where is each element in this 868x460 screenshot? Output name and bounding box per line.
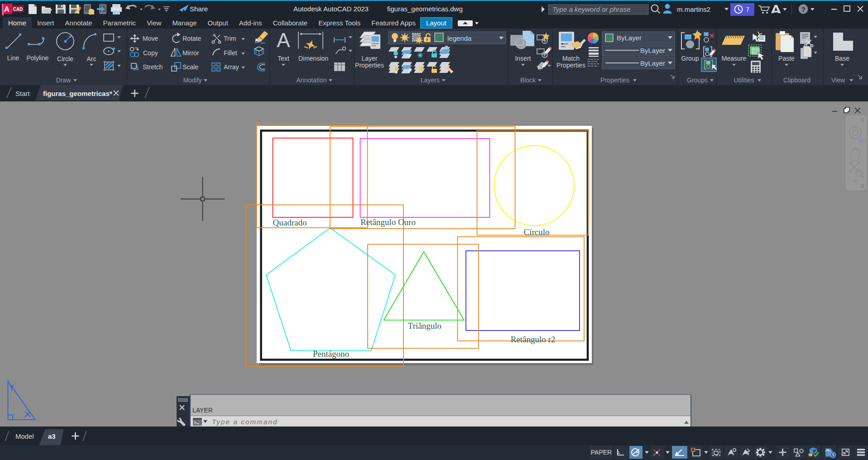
svg-text:Stretch: Stretch (143, 63, 163, 71)
svg-text:Retângulo r2: Retângulo r2 (511, 335, 556, 344)
svg-text:Move: Move (143, 35, 158, 42)
svg-text:Properties: Properties (355, 62, 384, 69)
svg-text:A: A (4, 5, 10, 14)
svg-text:Base: Base (835, 55, 849, 62)
svg-text:Groups: Groups (687, 77, 708, 84)
svg-text:Group: Group (681, 55, 699, 62)
svg-text:Copy: Copy (143, 49, 158, 57)
svg-text:Mirror: Mirror (182, 49, 199, 57)
svg-text:Properties: Properties (600, 77, 629, 84)
svg-text:Dimension: Dimension (298, 55, 328, 62)
svg-text:Properties: Properties (556, 62, 585, 69)
svg-text:Paste: Paste (778, 55, 795, 62)
svg-text:7: 7 (746, 5, 749, 13)
svg-text:Círculo: Círculo (524, 227, 550, 237)
svg-text:m.martins2: m.martins2 (677, 5, 710, 13)
svg-text:Fillet: Fillet (224, 49, 237, 57)
svg-text:View: View (831, 77, 845, 84)
svg-text:Layer: Layer (361, 55, 377, 62)
svg-text:?: ? (801, 5, 805, 13)
svg-text:Match: Match (562, 55, 580, 62)
svg-text:a3: a3 (48, 432, 56, 440)
svg-text:Text: Text (278, 55, 289, 62)
svg-text:legenda: legenda (447, 34, 472, 42)
svg-text:Annotation: Annotation (297, 77, 327, 84)
svg-text:Triângulo: Triângulo (408, 321, 441, 331)
svg-text:Circle: Circle (57, 55, 73, 62)
svg-text:figuras_geometricas*: figuras_geometricas* (43, 90, 112, 97)
svg-text:Clipboard: Clipboard (783, 77, 810, 84)
svg-text:Line: Line (7, 54, 19, 62)
svg-text:Start: Start (15, 90, 30, 97)
svg-text:2D: 2D (858, 138, 866, 144)
svg-text:Array: Array (224, 63, 239, 71)
svg-text:Insert: Insert (515, 55, 531, 62)
svg-text:Scale: Scale (182, 63, 198, 71)
svg-text:Draw: Draw (56, 77, 72, 84)
svg-text:Modify: Modify (183, 77, 201, 84)
svg-text:Utilities: Utilities (734, 77, 754, 84)
svg-text:Rotate: Rotate (182, 35, 201, 42)
svg-text:LAYER: LAYER (192, 407, 213, 414)
svg-text:PAPER: PAPER (591, 449, 612, 456)
svg-text:Model: Model (15, 432, 34, 440)
svg-text:Polyline: Polyline (26, 54, 48, 62)
svg-text:ByLayer: ByLayer (617, 34, 642, 42)
svg-text:Layers: Layers (421, 77, 440, 84)
svg-text:Pentágono: Pentágono (313, 349, 349, 359)
svg-text:Type a command: Type a command (212, 418, 278, 426)
svg-text:CAD: CAD (13, 7, 23, 12)
svg-text:Block: Block (520, 77, 536, 84)
svg-text:ByLayer: ByLayer (640, 47, 665, 54)
svg-text:ByLayer: ByLayer (640, 59, 665, 67)
svg-text:Type a keyword or phrase: Type a keyword or phrase (552, 5, 630, 13)
svg-text:Quadrado: Quadrado (273, 218, 307, 227)
svg-text:Measure: Measure (722, 55, 747, 62)
svg-text:Retângulo Ouro: Retângulo Ouro (360, 217, 416, 227)
svg-text:A: A (277, 29, 290, 51)
svg-text:Arc: Arc (87, 55, 96, 62)
svg-text:Trim: Trim (224, 35, 236, 42)
